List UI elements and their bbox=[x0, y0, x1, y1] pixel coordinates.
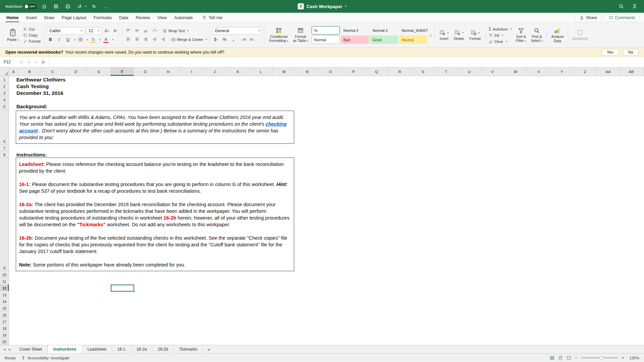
column-header-Y[interactable]: Y bbox=[550, 67, 574, 76]
zoom-in-button[interactable]: + bbox=[622, 355, 624, 360]
cut-button[interactable]: Cut bbox=[22, 27, 41, 32]
autosave-control[interactable]: AutoSave OFF bbox=[5, 4, 37, 9]
zoom-out-button[interactable]: − bbox=[575, 355, 578, 360]
column-header-A[interactable]: A bbox=[9, 67, 18, 76]
cell-style-neutral[interactable]: Neutral bbox=[399, 36, 427, 44]
row-header-16[interactable]: 16 bbox=[0, 311, 9, 318]
merge-center-button[interactable]: Merge & Center ▾ bbox=[171, 37, 207, 42]
row-header-3[interactable]: 3 bbox=[0, 89, 9, 96]
sheet-tab-instructions[interactable]: Instructions bbox=[48, 345, 82, 353]
orientation-button[interactable]: ▾ bbox=[151, 27, 158, 34]
row-header-7[interactable]: 7 bbox=[0, 144, 9, 151]
borders-button[interactable] bbox=[77, 36, 84, 43]
underline-caret-icon[interactable]: ▾ bbox=[74, 38, 75, 41]
column-header-R[interactable]: R bbox=[388, 67, 412, 76]
ribbon-tab-review[interactable]: Review bbox=[132, 13, 154, 22]
sheet-tab-16-2a[interactable]: 16-2a bbox=[131, 345, 153, 353]
ribbon-tab-automate[interactable]: Automate bbox=[170, 13, 197, 22]
column-header-C[interactable]: C bbox=[41, 67, 64, 76]
align-center-button[interactable] bbox=[133, 36, 141, 43]
normal-view-button[interactable] bbox=[550, 356, 554, 360]
decrease-indent-button[interactable] bbox=[151, 36, 158, 43]
more-commands-icon[interactable]: … bbox=[102, 3, 110, 10]
autosum-button[interactable]: ΣAutoSum▾ bbox=[488, 26, 513, 32]
enter-icon[interactable]: ✓ bbox=[34, 60, 38, 65]
percent-style-button[interactable]: % bbox=[221, 36, 228, 43]
tell-me-button[interactable]: Tell me bbox=[202, 15, 222, 20]
find-select-button[interactable]: Find &Select▾ bbox=[529, 27, 544, 43]
cell-style-normal-2[interactable]: Normal 2 bbox=[341, 26, 369, 35]
sheet-tab-tickmarks[interactable]: Tickmarks bbox=[174, 345, 203, 353]
align-middle-button[interactable] bbox=[133, 27, 141, 34]
cell-style-normal-sheet[interactable]: Normal_SHEET bbox=[399, 26, 427, 35]
save-icon[interactable] bbox=[52, 3, 60, 10]
document-title[interactable]: Cash Workpaper bbox=[307, 4, 342, 9]
borders-caret-icon[interactable]: ▾ bbox=[87, 38, 88, 41]
italic-button[interactable]: I bbox=[56, 36, 63, 43]
ribbon-tab-insert[interactable]: Insert bbox=[22, 13, 41, 22]
column-header-X[interactable]: X bbox=[527, 67, 550, 76]
row-header-10[interactable]: 10 bbox=[0, 271, 9, 278]
row-header-4[interactable]: 4 bbox=[0, 96, 9, 103]
sheet-tab-16-1[interactable]: 16-1 bbox=[112, 345, 131, 353]
column-header-L[interactable]: L bbox=[250, 67, 273, 76]
format-painter-button[interactable]: Format bbox=[22, 39, 41, 44]
column-header-F[interactable]: F bbox=[111, 67, 134, 76]
underline-button[interactable]: U bbox=[64, 36, 71, 43]
column-header-U[interactable]: U bbox=[458, 67, 481, 76]
font-color-button[interactable]: A bbox=[102, 36, 109, 43]
column-header-T[interactable]: T bbox=[435, 67, 458, 76]
name-box[interactable]: F12 ▲▼ bbox=[0, 57, 23, 67]
paste-button[interactable]: Paste▾ bbox=[5, 28, 20, 42]
comma-style-button[interactable]: , bbox=[230, 36, 237, 43]
format-as-table-button[interactable]: Formatas Table▾ bbox=[291, 27, 310, 43]
paste-caret-icon[interactable]: ▾ bbox=[17, 39, 19, 42]
comments-button[interactable]: Comments bbox=[605, 14, 639, 21]
column-header-P[interactable]: P bbox=[342, 67, 365, 76]
delete-cells-button[interactable]: ▾ Delete bbox=[452, 29, 466, 41]
ribbon-tab-page-layout[interactable]: Page Layout bbox=[58, 13, 90, 22]
print-icon[interactable] bbox=[64, 3, 72, 10]
accounting-format-button[interactable]: $▾ bbox=[212, 36, 219, 43]
conditional-formatting-button[interactable]: ConditionalFormatting▾ bbox=[268, 27, 289, 43]
fill-button[interactable]: Fill▾ bbox=[488, 33, 513, 38]
increase-font-size-button[interactable]: A▴ bbox=[103, 27, 110, 34]
column-header-G[interactable]: G bbox=[134, 67, 157, 76]
styles-more-button[interactable]: › bbox=[429, 33, 432, 38]
row-header-12[interactable]: 12 bbox=[0, 285, 9, 291]
column-header-K[interactable]: K bbox=[226, 67, 250, 76]
column-header-E[interactable]: E bbox=[88, 67, 111, 76]
font-name-select[interactable]: Calibri▾ bbox=[47, 27, 85, 35]
increase-indent-button[interactable] bbox=[160, 36, 167, 43]
page-layout-view-button[interactable] bbox=[558, 356, 563, 360]
row-header-14[interactable]: 14 bbox=[0, 298, 9, 305]
fill-handle[interactable] bbox=[133, 290, 135, 292]
sheet-canvas[interactable]: 1234567891011121314151617181920 Earthwea… bbox=[0, 76, 644, 345]
page-break-view-button[interactable] bbox=[567, 356, 571, 360]
column-header-H[interactable]: H bbox=[157, 67, 180, 76]
selected-cell-outline[interactable] bbox=[111, 285, 134, 292]
font-color-caret-icon[interactable]: ▾ bbox=[112, 38, 113, 41]
column-header-O[interactable]: O bbox=[319, 67, 342, 76]
select-all-corner[interactable] bbox=[0, 67, 9, 76]
cell-style-good[interactable]: Good bbox=[370, 36, 398, 44]
column-header-AB[interactable]: AB bbox=[620, 67, 643, 76]
decrease-decimal-button[interactable]: .00→ bbox=[249, 37, 257, 42]
column-header-M[interactable]: M bbox=[273, 67, 296, 76]
bold-button[interactable]: B bbox=[47, 36, 54, 43]
column-header-N[interactable]: N bbox=[296, 67, 319, 76]
align-top-button[interactable] bbox=[125, 27, 132, 34]
column-header-D[interactable]: D bbox=[64, 67, 88, 76]
row-header-6[interactable]: 6 bbox=[0, 110, 9, 144]
row-header-1[interactable]: 1 bbox=[0, 76, 9, 83]
row-header-2[interactable]: 2 bbox=[0, 83, 9, 89]
zoom-slider-thumb[interactable] bbox=[599, 356, 603, 360]
account-icon[interactable] bbox=[631, 3, 639, 10]
undo-caret-icon[interactable]: ▾ bbox=[85, 5, 87, 8]
column-header-W[interactable]: W bbox=[504, 67, 527, 76]
row-header-11[interactable]: 11 bbox=[0, 278, 9, 285]
zoom-slider[interactable] bbox=[581, 357, 618, 358]
cancel-icon[interactable]: × bbox=[28, 60, 30, 65]
copy-button[interactable]: Copy bbox=[22, 33, 41, 38]
ribbon-tab-view[interactable]: View bbox=[154, 13, 170, 22]
